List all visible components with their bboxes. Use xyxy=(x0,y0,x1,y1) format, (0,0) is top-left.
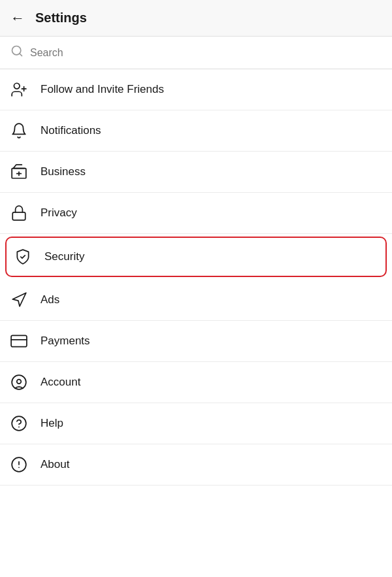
credit-card-icon xyxy=(10,333,34,350)
svg-point-2 xyxy=(14,83,20,89)
menu-label-business: Business xyxy=(41,165,86,178)
menu-item-payments[interactable]: Payments xyxy=(0,321,392,362)
menu-item-security[interactable]: Security xyxy=(5,237,387,277)
search-bar xyxy=(0,37,392,69)
settings-menu: Follow and Invite FriendsNotificationsBu… xyxy=(0,69,392,486)
search-icon xyxy=(10,44,24,61)
search-input[interactable] xyxy=(30,47,382,59)
menu-item-account[interactable]: Account xyxy=(0,362,392,403)
menu-label-payments: Payments xyxy=(41,335,90,348)
menu-item-privacy[interactable]: Privacy xyxy=(0,193,392,234)
info-circle-icon xyxy=(10,456,34,473)
menu-item-ads[interactable]: Ads xyxy=(0,280,392,321)
menu-item-business[interactable]: Business xyxy=(0,152,392,193)
person-circle-icon xyxy=(10,374,34,391)
back-arrow-icon: ← xyxy=(10,11,25,25)
back-button[interactable]: ← xyxy=(10,8,30,28)
menu-label-notifications: Notifications xyxy=(41,124,101,137)
svg-line-1 xyxy=(20,54,22,56)
megaphone-icon xyxy=(10,291,34,308)
menu-label-follow-invite: Follow and Invite Friends xyxy=(41,83,164,96)
menu-label-security: Security xyxy=(44,250,84,263)
svg-rect-8 xyxy=(12,212,25,220)
menu-item-about[interactable]: About xyxy=(0,444,392,486)
svg-rect-9 xyxy=(11,335,27,346)
question-circle-icon xyxy=(10,415,34,432)
menu-label-ads: Ads xyxy=(41,293,59,306)
menu-item-follow-invite[interactable]: Follow and Invite Friends xyxy=(0,69,392,110)
store-icon xyxy=(10,163,34,180)
svg-point-12 xyxy=(12,416,26,431)
menu-label-about: About xyxy=(41,458,69,471)
menu-label-help: Help xyxy=(41,417,63,430)
app-header: ← Settings xyxy=(0,0,392,37)
add-person-icon xyxy=(10,81,34,98)
menu-label-privacy: Privacy xyxy=(41,206,77,220)
menu-item-help[interactable]: Help xyxy=(0,403,392,444)
menu-label-account: Account xyxy=(41,376,80,389)
lock-icon xyxy=(10,205,34,222)
bell-icon xyxy=(10,122,34,139)
shield-check-icon xyxy=(14,248,38,265)
page-title: Settings xyxy=(35,10,87,25)
menu-item-notifications[interactable]: Notifications xyxy=(0,110,392,152)
